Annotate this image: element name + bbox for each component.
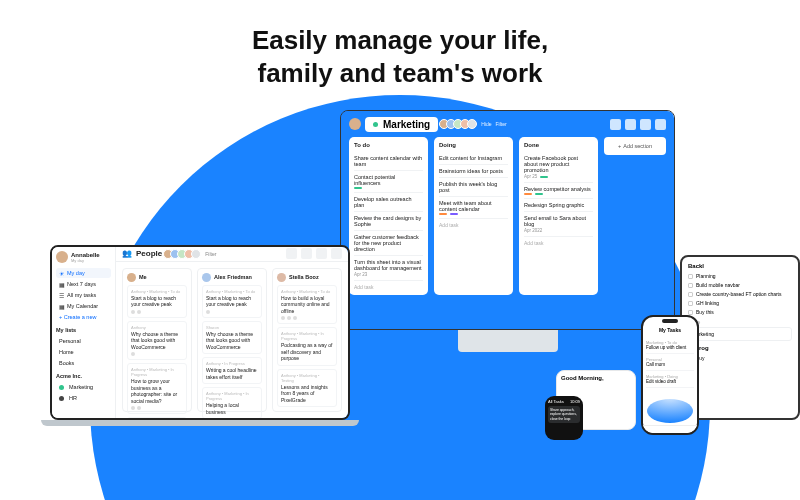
move-card[interactable]: Marketing: [688, 327, 792, 341]
notification-icon[interactable]: [625, 119, 636, 130]
calendar-icon: ▦: [59, 304, 64, 309]
hide-button[interactable]: Hide: [481, 121, 491, 127]
list-personal[interactable]: Personal: [56, 336, 111, 346]
board-title[interactable]: Marketing: [365, 117, 438, 132]
move-panel-label: Move: [688, 319, 792, 325]
people-column-alex: Alex Friedman Anthony • Marketing • To d…: [197, 268, 267, 412]
watch-header: All Tasks 10:09: [548, 399, 580, 404]
add-task-button[interactable]: Add task: [354, 281, 423, 290]
list-home[interactable]: Home: [56, 347, 111, 357]
card[interactable]: Anthony • In ProgressWriting a cool head…: [202, 357, 262, 384]
sidebar-item-alltasks[interactable]: ☰All my tasks: [56, 290, 111, 300]
sparkle-icon[interactable]: [286, 248, 297, 259]
hero-headline: Easily manage your life, family and team…: [0, 24, 800, 89]
card[interactable]: Develop sales outreach plan: [354, 193, 423, 212]
card[interactable]: Anthony • Marketing • To doHow to build …: [277, 285, 337, 325]
people-app: Annabelle My day ☀My day ▦Next 7 days ☰A…: [52, 247, 348, 418]
column-header: Doing: [439, 142, 508, 148]
user-header[interactable]: Annabelle My day: [56, 251, 111, 263]
note-icon[interactable]: [316, 248, 327, 259]
card[interactable]: Create Facebook post about new product p…: [524, 152, 593, 183]
card[interactable]: Contact potential influencers: [354, 171, 423, 193]
fullscreen-icon[interactable]: [331, 248, 342, 259]
list-item[interactable]: Planning: [688, 273, 792, 279]
sidebar-item-next7[interactable]: ▦Next 7 days: [56, 279, 111, 289]
card[interactable]: Anthony • Marketing • TestingLessons and…: [277, 369, 337, 408]
card[interactable]: Anthony • Marketing • In ProgressHow to …: [127, 363, 187, 414]
card[interactable]: Meet with team about content calendar: [439, 197, 508, 219]
checkbox-icon[interactable]: [688, 283, 693, 288]
sun-icon: ☀: [59, 271, 64, 276]
board-app: Marketing Hide Filter To: [341, 111, 674, 329]
create-new-button[interactable]: + Create a new: [56, 312, 111, 322]
list-item[interactable]: Marketing • To doFollow up with client: [646, 337, 694, 354]
card[interactable]: Turn this sheet into a visual dashboard …: [354, 256, 423, 281]
card[interactable]: Anthony • Marketing • In ProgressHelping…: [202, 387, 262, 418]
watch-card[interactable]: Share approach, explore questions, close…: [548, 406, 580, 423]
card[interactable]: Review competitor analysis: [524, 183, 593, 199]
lists-section-label: My lists: [56, 327, 111, 333]
list-item[interactable]: PersonalCall mom: [646, 354, 694, 371]
card[interactable]: Redesign Spring graphic: [524, 199, 593, 212]
widget-title: Good Morning,: [561, 375, 631, 381]
avatar[interactable]: [349, 118, 361, 130]
add-task-button[interactable]: Add task: [439, 219, 508, 228]
list-item[interactable]: Buy: [688, 355, 792, 361]
list-books[interactable]: Books: [56, 358, 111, 368]
hash-icon: [59, 385, 64, 390]
add-section-button[interactable]: +Add section: [604, 137, 666, 155]
card[interactable]: Anthony • Marketing • In ProgressPodcast…: [277, 327, 337, 366]
card[interactable]: Anthony • Marketing • To doStart a blog …: [127, 285, 187, 318]
card[interactable]: Send email to Sara about blogApr 2022: [524, 212, 593, 237]
column-header: Done: [524, 142, 593, 148]
checkbox-icon[interactable]: [688, 292, 693, 297]
sidebar-item-myday[interactable]: ☀My day: [56, 268, 111, 278]
main-header: 👥People Filter: [116, 247, 348, 262]
notification-icon[interactable]: [301, 248, 312, 259]
laptop-mockup: Annabelle My day ☀My day ▦Next 7 days ☰A…: [50, 245, 350, 445]
card[interactable]: Share content calendar with team: [354, 152, 423, 171]
board-title-text: Marketing: [383, 119, 430, 130]
sidebar: Annabelle My day ☀My day ▦Next 7 days ☰A…: [52, 247, 116, 418]
sparkle-icon[interactable]: [610, 119, 621, 130]
list-item[interactable]: Build mobile navbar: [688, 282, 792, 288]
user-sub: My day: [71, 258, 100, 263]
hero-line1: Easily manage your life,: [0, 24, 800, 57]
checkbox-icon[interactable]: [688, 274, 693, 279]
workspace-hr[interactable]: HR: [56, 393, 111, 403]
user-name: Annabelle: [71, 252, 100, 258]
add-task-button[interactable]: Add task: [524, 237, 593, 246]
phone-task-list: Marketing • To doFollow up with client P…: [643, 337, 697, 388]
card[interactable]: Brainstorm ideas for posts: [439, 165, 508, 178]
phone-mockup: My Tasks Marketing • To doFollow up with…: [641, 315, 699, 435]
card[interactable]: Gather customer feedback for the new pro…: [354, 231, 423, 256]
card[interactable]: Review the card designs by Sophie: [354, 212, 423, 231]
phone-notch: [662, 319, 678, 323]
list-item[interactable]: Create country-based FT option charts: [688, 291, 792, 297]
phone-bottom-nav[interactable]: [643, 425, 697, 433]
list-item[interactable]: Buy this: [688, 309, 792, 315]
workspace-marketing[interactable]: Marketing: [56, 382, 111, 392]
main-panel: 👥People Filter Me Anthony • Marketi: [116, 247, 348, 418]
filter-button[interactable]: Filter: [496, 121, 507, 127]
calendar-icon: ▦: [59, 282, 64, 287]
checkbox-icon[interactable]: [688, 301, 693, 306]
note-icon[interactable]: [640, 119, 651, 130]
checkbox-icon[interactable]: [688, 310, 693, 315]
people-columns: Me Anthony • Marketing • To doStart a bl…: [116, 262, 348, 418]
card[interactable]: SharonWhy choose a theme that looks good…: [202, 321, 262, 355]
card[interactable]: Anthony • Marketing • In ProgressHelping…: [127, 417, 187, 418]
fullscreen-icon[interactable]: [655, 119, 666, 130]
hash-icon: [59, 396, 64, 401]
card[interactable]: Anthony • Marketing • To doStart a blog …: [202, 285, 262, 318]
list-item[interactable]: Marketing • DoingEdit video draft: [646, 371, 694, 388]
card[interactable]: Edit content for Instagram: [439, 152, 508, 165]
card[interactable]: AnthonyWhy choose a theme that looks goo…: [127, 321, 187, 361]
card[interactable]: Publish this week's blog post: [439, 178, 508, 197]
filter-button[interactable]: Filter: [205, 251, 216, 257]
sidebar-item-calendar[interactable]: ▦My Calendar: [56, 301, 111, 311]
header-members[interactable]: [166, 249, 201, 259]
phone-brand-blob: [647, 399, 693, 423]
list-item[interactable]: GH linking: [688, 300, 792, 306]
board-members[interactable]: [442, 119, 477, 129]
